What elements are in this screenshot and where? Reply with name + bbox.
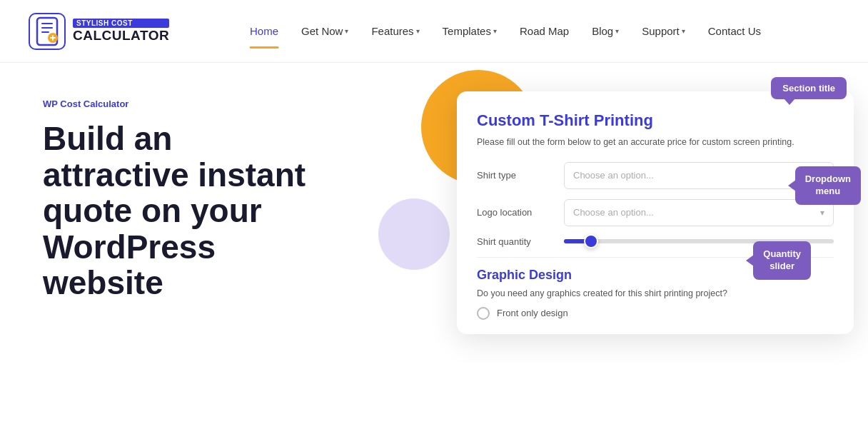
- logo-location-label: Logo location: [477, 207, 555, 218]
- chevron-down-icon: ▾: [416, 27, 420, 35]
- nav-home[interactable]: Home: [240, 19, 288, 43]
- calc-title: Custom T-Shirt Printing: [477, 111, 834, 130]
- nav-blog[interactable]: Blog ▾: [582, 19, 629, 43]
- chevron-down-icon: ▾: [682, 27, 685, 35]
- badge-dropdown-menu: Dropdownmenu: [795, 166, 861, 205]
- header: STYLISH COST CALCULATOR Home Get Now ▾ F…: [0, 0, 868, 63]
- radio-button[interactable]: [477, 307, 490, 320]
- hero-title: Build an attractive instant quote on you…: [43, 121, 314, 301]
- chevron-down-icon: ▾: [345, 27, 348, 35]
- hero-label: WP Cost Calculator: [43, 99, 314, 109]
- decorative-circle-lavender: [378, 198, 450, 270]
- shirt-type-label: Shirt type: [477, 170, 555, 181]
- hero-section: WP Cost Calculator Build an attractive i…: [0, 63, 343, 439]
- main-nav: Home Get Now ▾ Features ▾ Templates ▾ Ro…: [171, 19, 839, 43]
- calculator-card: Custom T-Shirt Printing Please fill out …: [457, 91, 854, 334]
- badge-section-title: Section title: [771, 77, 847, 99]
- logo-icon: [29, 13, 66, 50]
- slider-thumb[interactable]: [584, 234, 598, 248]
- nav-road-map[interactable]: Road Map: [510, 19, 579, 43]
- nav-support[interactable]: Support ▾: [632, 19, 695, 43]
- logo-text: STYLISH COST CALCULATOR: [73, 19, 169, 44]
- section2-desc: Do you need any graphics created for thi…: [477, 288, 834, 298]
- shirt-quantity-label: Shirt quantity: [477, 236, 555, 247]
- main-content: WP Cost Calculator Build an attractive i…: [0, 63, 868, 439]
- demo-section: Section title Dropdownmenu Quantityslide…: [343, 63, 868, 439]
- logo[interactable]: STYLISH COST CALCULATOR: [29, 13, 171, 50]
- logo-top-label: STYLISH COST: [73, 19, 169, 28]
- radio-row-front-only: Front only design: [477, 307, 834, 320]
- calc-description: Please fill out the form below to get an…: [477, 136, 834, 149]
- nav-features[interactable]: Features ▾: [361, 19, 429, 43]
- badge-quantity-slider: Quantityslider: [753, 241, 811, 280]
- shirt-type-field: Shirt type Choose an option... ▾: [477, 162, 834, 189]
- radio-label-front-only: Front only design: [497, 308, 568, 318]
- nav-contact-us[interactable]: Contact Us: [698, 19, 771, 43]
- logo-bottom-label: CALCULATOR: [73, 28, 169, 44]
- chevron-down-icon: ▾: [820, 208, 824, 218]
- nav-templates[interactable]: Templates ▾: [433, 19, 507, 43]
- logo-location-select[interactable]: Choose an option... ▾: [564, 199, 834, 226]
- logo-location-field: Logo location Choose an option... ▾: [477, 199, 834, 226]
- chevron-down-icon: ▾: [493, 27, 497, 35]
- chevron-down-icon: ▾: [615, 27, 619, 35]
- nav-get-now[interactable]: Get Now ▾: [291, 19, 358, 43]
